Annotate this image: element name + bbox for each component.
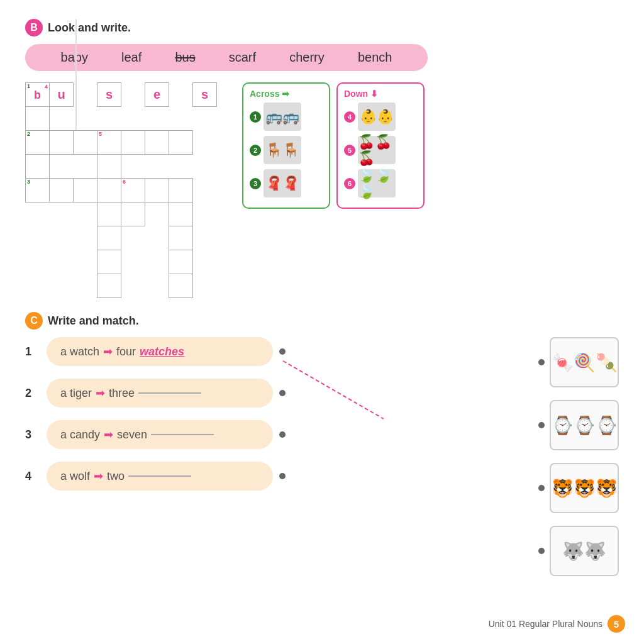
cell-4-1[interactable] [26, 155, 50, 179]
match-box-4: a wolf ➡ two [47, 462, 273, 491]
match-text-2a: a tiger [60, 387, 92, 400]
clue-num-5: 5 [344, 145, 355, 156]
cell-3-2[interactable] [50, 131, 74, 155]
cell-5-6[interactable] [145, 179, 169, 203]
cell-3-1[interactable]: 2 [26, 131, 50, 155]
match-items: 1 a watch ➡ four watches 2 a tiger ➡ [25, 337, 501, 503]
cell-2-1[interactable] [26, 107, 50, 131]
match-image-item-4: 🐺🐺 [538, 526, 619, 576]
match-image-item-2: ⌚⌚⌚ [538, 400, 619, 450]
cell-1-1[interactable]: 1 b 4 [26, 83, 50, 107]
cell-2-5-empty [121, 107, 145, 131]
down-arrow: ⬇ [370, 89, 378, 99]
match-row-2: 2 a tiger ➡ three [25, 379, 501, 408]
cell-6-4[interactable] [97, 203, 121, 226]
cell-4-6-empty [145, 155, 169, 179]
cell-2-2-empty [50, 107, 74, 131]
cell-1-6[interactable]: e [145, 83, 169, 107]
down-header: Down ⬇ [344, 89, 417, 99]
cell-5-7[interactable] [169, 179, 193, 203]
clue-img-scarves: 🧣🧣 [264, 169, 301, 197]
match-text-1a: a watch [60, 345, 99, 358]
match-dot-2 [279, 390, 286, 396]
word-bench: bench [358, 50, 392, 65]
cell-6-5[interactable] [121, 203, 145, 226]
crossword-area: 1 b 4 u s e s [25, 82, 619, 298]
cell-3-5[interactable] [121, 131, 145, 155]
clues-panel: Across ➡ 1 🚌🚌 2 🪑🪑 3 🧣🧣 [242, 82, 425, 209]
cell-1-2[interactable]: u [50, 83, 74, 107]
footer: Unit 01 Regular Plural Nouns 5 [489, 615, 625, 633]
match-img-wolves: 🐺🐺 [550, 526, 619, 576]
word-leaf: leaf [121, 50, 142, 65]
match-row-4: 4 a wolf ➡ two [25, 462, 501, 491]
match-count-3: seven [117, 428, 147, 441]
cell-9-7[interactable] [169, 274, 193, 298]
down-item-4: 4 👶👶 [344, 103, 417, 131]
cell-2-6-empty [145, 107, 169, 131]
match-num-3: 3 [25, 428, 40, 441]
cell-3-7[interactable] [169, 131, 193, 155]
cell-4-3-empty [74, 155, 97, 179]
cell-3-3[interactable] [74, 131, 97, 155]
match-num-2: 2 [25, 387, 40, 400]
across-arrow: ➡ [282, 89, 289, 99]
match-row-1: 1 a watch ➡ four watches [25, 337, 501, 366]
section-b-header: B Look and write. [25, 19, 619, 36]
clue-img-leaves: 🍃🍃🍃 [358, 169, 396, 197]
cell-4-4[interactable] [97, 155, 121, 179]
cell-3-4[interactable]: 5 [97, 131, 121, 155]
word-baby: baby [61, 50, 88, 65]
down-item-6: 6 🍃🍃🍃 [344, 169, 417, 197]
down-item-5: 5 🍒🍒🍒 [344, 136, 417, 164]
match-img-candies: 🍬🍭🍡 [550, 337, 619, 387]
cell-4-5-empty [121, 155, 145, 179]
match-img-tigers: 🐯🐯🐯 [550, 463, 619, 513]
cell-6-3-empty [74, 203, 97, 226]
match-dot-right-1 [538, 359, 545, 365]
cell-5-4[interactable] [97, 179, 121, 203]
section-b: B Look and write. baby leaf bus scarf ch… [25, 19, 619, 298]
cell-2-8-empty [193, 107, 217, 131]
cell-6-2-empty [50, 203, 74, 226]
match-text-4a: a wolf [60, 470, 90, 483]
cell-7-7[interactable] [169, 226, 193, 250]
word-scarf: scarf [229, 50, 256, 65]
page: B Look and write. baby leaf bus scarf ch… [0, 0, 644, 644]
cell-6-7[interactable] [169, 203, 193, 226]
match-box-3: a candy ➡ seven [47, 420, 273, 449]
cell-1-7-empty [169, 83, 193, 107]
cell-8-4[interactable] [97, 250, 121, 274]
clue-num-1: 1 [250, 111, 261, 123]
match-blank-3[interactable] [151, 434, 214, 435]
match-num-4: 4 [25, 470, 40, 483]
cell-6-6-empty [145, 203, 169, 226]
across-item-3: 3 🧣🧣 [250, 169, 323, 197]
clue-img-cherries: 🍒🍒🍒 [358, 136, 396, 164]
match-dot-4 [279, 473, 286, 479]
section-c-circle: C [25, 312, 43, 330]
cell-3-6[interactable] [145, 131, 169, 155]
cell-5-5[interactable]: 6 [121, 179, 145, 203]
cell-7-4[interactable] [97, 226, 121, 250]
cell-5-3[interactable] [74, 179, 97, 203]
down-label: Down [344, 89, 368, 99]
cell-1-8[interactable]: s [193, 83, 217, 107]
match-dot-1 [279, 348, 286, 355]
cell-8-7[interactable] [169, 250, 193, 274]
cell-9-4[interactable] [97, 274, 121, 298]
match-answer-1[interactable]: watches [140, 345, 184, 358]
section-b-circle: B [25, 19, 43, 36]
cell-2-4-empty [97, 107, 121, 131]
across-item-2: 2 🪑🪑 [250, 136, 323, 164]
cell-5-1[interactable]: 3 [26, 179, 50, 203]
section-c-title: Write and match. [48, 314, 139, 328]
match-blank-4[interactable] [128, 475, 191, 477]
cell-5-2[interactable] [50, 179, 74, 203]
cell-1-4[interactable]: s [97, 83, 121, 107]
cell-1-5-empty [121, 83, 145, 107]
word-cherry: cherry [289, 50, 325, 65]
match-arrow-4: ➡ [94, 469, 103, 483]
match-box-1: a watch ➡ four watches [47, 337, 273, 366]
match-blank-2[interactable] [138, 392, 201, 394]
